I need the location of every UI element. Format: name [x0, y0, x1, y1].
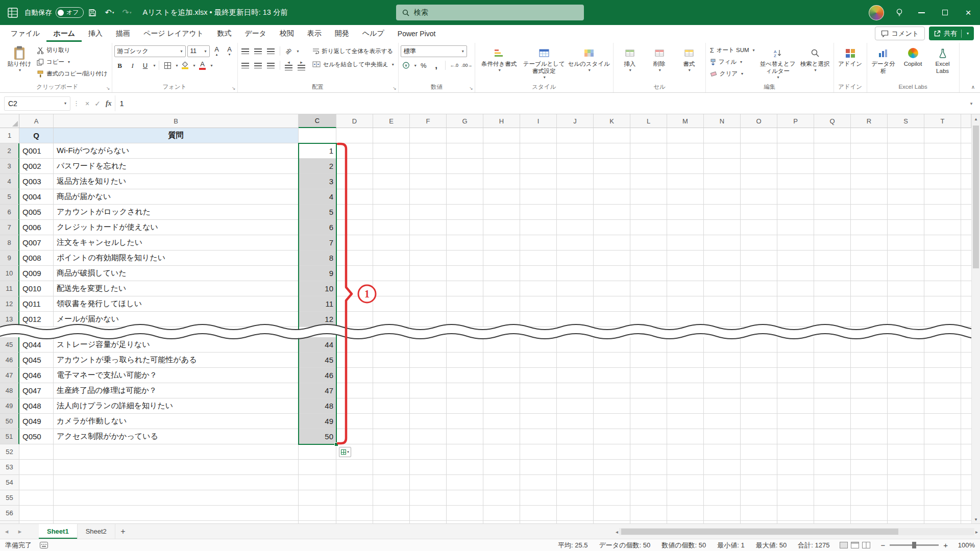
cell[interactable]: 電子マネーで支払い可能か？	[54, 368, 299, 383]
cell[interactable]: Q045	[19, 353, 54, 368]
number-dialog-launcher[interactable]: ↘	[469, 86, 473, 91]
cell[interactable]: 3	[299, 174, 336, 189]
tab-開発[interactable]: 開発	[328, 25, 356, 42]
paste-button[interactable]: 貼り付け ▾	[5, 44, 34, 80]
data-analysis-button[interactable]: データ分析	[869, 44, 898, 80]
sheet-tab-Sheet1[interactable]: Sheet1	[39, 524, 78, 539]
column-header-G[interactable]: G	[447, 114, 483, 128]
cell[interactable]: Wi-Fiがつながらない	[54, 143, 299, 159]
cell[interactable]: 生産終了品の修理は可能か？	[54, 383, 299, 398]
cell[interactable]: パスワードを忘れた	[54, 159, 299, 174]
empty-cells[interactable]	[336, 383, 971, 398]
find-select-button[interactable]: 検索と選択▾	[799, 44, 831, 80]
cell[interactable]: Q044	[19, 337, 54, 353]
column-header-Q[interactable]: Q	[814, 114, 851, 128]
cell[interactable]: ストレージ容量が足りない	[54, 337, 299, 353]
tab-ホーム[interactable]: ホーム	[46, 25, 82, 42]
format-painter-button[interactable]: 書式のコピー/貼り付け	[35, 68, 110, 80]
document-title[interactable]: Aリストを追加.xlsx • 最終更新日時: 13 分前	[143, 8, 288, 17]
cell[interactable]: Q003	[19, 174, 54, 189]
autosum-button[interactable]: Σ オート SUM▾	[708, 44, 757, 56]
cell[interactable]: 48	[299, 398, 336, 414]
decrease-decimal-button[interactable]: .00→	[461, 60, 473, 71]
currency-format-button[interactable]: ¥	[401, 60, 412, 71]
column-header-H[interactable]: H	[483, 114, 520, 128]
column-header-P[interactable]: P	[777, 114, 814, 128]
scroll-left-arrow[interactable]: ◂	[616, 529, 618, 535]
page-layout-view-icon[interactable]	[851, 542, 859, 548]
empty-cells[interactable]	[336, 353, 971, 368]
underline-button[interactable]: U	[140, 60, 151, 71]
lightbulb-icon[interactable]	[889, 0, 910, 25]
empty-cells[interactable]	[336, 337, 971, 353]
next-sheet-arrow[interactable]: ▸	[13, 524, 27, 539]
decrease-font-button[interactable]: A▾	[224, 45, 235, 57]
row-header[interactable]: 5	[0, 189, 19, 205]
cell[interactable]: 法人向けプランの詳細を知りたい	[54, 398, 299, 414]
row-header[interactable]: 50	[0, 414, 19, 429]
row-header[interactable]: 48	[0, 383, 19, 398]
increase-decimal-button[interactable]: ←.0	[449, 60, 460, 71]
cell[interactable]: 返品方法を知りたい	[54, 174, 299, 189]
zoom-out-button[interactable]: −	[880, 541, 885, 549]
row-header[interactable]: 10	[0, 266, 19, 281]
cell[interactable]: Q012	[19, 312, 54, 327]
empty-cells[interactable]	[336, 460, 971, 475]
cell[interactable]: 6	[299, 220, 336, 235]
cell[interactable]	[19, 460, 54, 475]
column-header-O[interactable]: O	[741, 114, 777, 128]
scroll-right-arrow[interactable]: ▸	[975, 529, 978, 535]
cell[interactable]: 46	[299, 368, 336, 383]
fill-button[interactable]: フィル▾	[708, 56, 757, 68]
font-size-select[interactable]: 11▾	[187, 45, 210, 57]
row-header[interactable]: 9	[0, 251, 19, 266]
empty-cells[interactable]	[336, 189, 971, 205]
cell[interactable]: メールが届かない	[54, 312, 299, 327]
cell[interactable]: Q011	[19, 296, 54, 312]
empty-cells[interactable]	[336, 429, 971, 444]
cell[interactable]: Q008	[19, 251, 54, 266]
cell[interactable]: Q	[19, 128, 54, 143]
cell[interactable]: Q046	[19, 368, 54, 383]
number-format-select[interactable]: 標準▾	[401, 45, 467, 57]
empty-cells[interactable]	[336, 368, 971, 383]
row-header[interactable]: 54	[0, 475, 19, 490]
scroll-up-arrow[interactable]: ▴	[972, 114, 980, 123]
tab-ヘルプ[interactable]: ヘルプ	[356, 25, 391, 42]
close-button[interactable]: ×	[957, 0, 980, 25]
row-header[interactable]: 56	[0, 506, 19, 521]
cell[interactable]: 5	[299, 205, 336, 220]
addins-button[interactable]: アドイン	[836, 44, 865, 80]
select-all-corner[interactable]	[0, 114, 19, 128]
empty-cells[interactable]	[336, 205, 971, 220]
collapse-ribbon-button[interactable]: ∧	[971, 84, 975, 90]
cell[interactable]: Q005	[19, 205, 54, 220]
cell[interactable]: 配送先を変更したい	[54, 281, 299, 296]
undo-button[interactable]: ↶▾	[101, 5, 118, 21]
cell[interactable]: アカウントがロックされた	[54, 205, 299, 220]
zoom-level[interactable]: 100%	[952, 541, 975, 549]
align-bottom-button[interactable]	[265, 45, 277, 57]
cancel-entry-icon[interactable]: ×	[85, 99, 89, 108]
empty-cells[interactable]	[336, 159, 971, 174]
cell[interactable]	[54, 506, 299, 521]
row-header[interactable]: 11	[0, 281, 19, 296]
cell[interactable]: Q001	[19, 143, 54, 159]
insert-cells-button[interactable]: 挿入▾	[616, 44, 644, 80]
cell[interactable]: 45	[299, 353, 336, 368]
empty-cells[interactable]	[336, 490, 971, 506]
font-color-button[interactable]: A	[197, 60, 208, 71]
minimize-button[interactable]	[910, 0, 933, 25]
tab-データ[interactable]: データ	[238, 25, 273, 42]
horizontal-scroll-thumb[interactable]	[621, 529, 898, 535]
row-header[interactable]: 8	[0, 235, 19, 251]
cell[interactable]: Q007	[19, 235, 54, 251]
cell[interactable]	[54, 475, 299, 490]
font-dialog-launcher[interactable]: ↘	[232, 86, 236, 91]
search-box[interactable]: 検索	[396, 5, 584, 20]
autosave-toggle[interactable]: 自動保存 オフ	[24, 7, 84, 18]
cell[interactable]: ポイントの有効期限を知りたい	[54, 251, 299, 266]
copilot-button[interactable]: Copilot	[899, 44, 927, 80]
merge-center-button[interactable]: セルを結合して中央揃え▾	[310, 58, 396, 71]
cell[interactable]: Q004	[19, 189, 54, 205]
